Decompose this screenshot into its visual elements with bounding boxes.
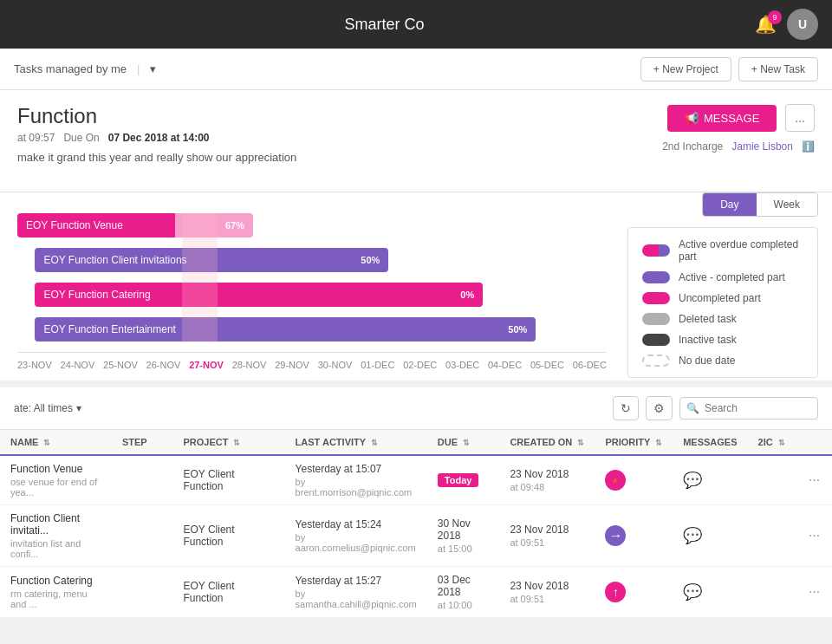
cell-messages-2[interactable]: 💬 — [673, 505, 747, 567]
th-project: PROJECT ⇅ — [172, 430, 284, 455]
notification-bell[interactable]: 🔔 9 — [755, 14, 777, 35]
cell-priority-2: → — [595, 505, 673, 567]
due-time-3: at 10:00 — [438, 600, 490, 610]
gantt-bar-venue: EOY Function Venue 67% — [17, 213, 253, 237]
messages-icon-3[interactable]: 💬 — [683, 583, 702, 601]
created-date-3: 23 Nov 2018 — [510, 580, 584, 592]
due-date-3: 03 Dec 2018 — [438, 574, 490, 598]
time-label: at 09:57 — [17, 132, 55, 144]
bottom-section: ate: All times ▾ ↻ ⚙ 🔍 NAME ⇅ STEP PROJE… — [0, 387, 832, 618]
cell-activity-2: Yesterday at 15:24 by aaron.cornelius@pi… — [285, 505, 427, 567]
cell-priority-1: 🔺 — [595, 455, 673, 505]
th-priority: PRIORITY ⇅ — [595, 430, 673, 455]
sub-header: Tasks managed by me | ▾ + New Project + … — [0, 49, 832, 90]
refresh-button[interactable]: ↻ — [613, 396, 639, 420]
date-04dec: 04-DEC — [488, 360, 522, 370]
filter-button[interactable]: ⚙ — [646, 396, 673, 420]
th-messages: MESSAGES — [673, 430, 747, 455]
bar-entertainment-percent: 50% — [508, 324, 527, 335]
task-table: NAME ⇅ STEP PROJECT ⇅ LAST ACTIVITY ⇅ DU… — [0, 430, 832, 618]
sort-priority-icon[interactable]: ⇅ — [655, 439, 662, 447]
filter-bar-right: ↻ ⚙ 🔍 — [613, 396, 818, 420]
search-input[interactable] — [679, 397, 818, 420]
bar-venue-percent: 67% — [225, 220, 244, 231]
task-name-1: Function Venue — [10, 463, 101, 475]
messages-icon-2[interactable]: 💬 — [683, 527, 702, 544]
notification-count: 9 — [768, 10, 782, 24]
date-filter-label: ate: All times — [14, 402, 73, 414]
gantt-row-entertainment[interactable]: EOY Function Entertainment 50% — [17, 317, 607, 342]
date-25nov: 25-NOV — [103, 360, 138, 370]
created-time-2: at 09:51 — [510, 537, 584, 548]
content-wrapper: Function at 09:57 Due On 07 Dec 2018 at … — [0, 90, 832, 192]
cell-project-2: EOY Client Function — [172, 505, 284, 567]
legend-item-uncompleted: Uncompleted part — [642, 292, 803, 304]
date-axis: 23-NOV 24-NOV 25-NOV 26-NOV 27-NOV 28-NO… — [17, 352, 607, 381]
cell-2ic-1 — [748, 455, 798, 505]
gantt-row-invitations[interactable]: EOY Function Client invitations 50% — [17, 248, 607, 272]
messages-icon-1[interactable]: 💬 — [683, 472, 702, 489]
legend-item-active-completed: Active - completed part — [642, 271, 803, 283]
week-toggle[interactable]: Week — [757, 193, 817, 216]
date-26nov: 26-NOV — [146, 360, 181, 370]
date-27nov: 27-NOV — [189, 360, 224, 370]
row-more-button-3[interactable]: ··· — [809, 584, 820, 600]
bar-entertainment-label: EOY Function Entertainment — [43, 323, 176, 335]
cell-created-2: 23 Nov 2018 at 09:51 — [499, 505, 595, 567]
row-more-button-2[interactable]: ··· — [809, 528, 820, 543]
created-time-3: at 09:51 — [510, 594, 584, 604]
avatar[interactable]: U — [787, 9, 818, 40]
bar-venue-label: EOY Function Venue — [26, 219, 123, 231]
date-29nov: 29-NOV — [275, 360, 309, 370]
sub-header-actions: + New Project + New Task — [640, 57, 818, 81]
sort-2ic-icon[interactable]: ⇅ — [778, 439, 785, 447]
sort-name-icon[interactable]: ⇅ — [43, 439, 50, 447]
table-header: NAME ⇅ STEP PROJECT ⇅ LAST ACTIVITY ⇅ DU… — [0, 430, 832, 455]
th-created: CREATED ON ⇅ — [499, 430, 595, 455]
gantt-row-catering[interactable]: EOY Function Catering 0% — [17, 283, 607, 307]
message-button[interactable]: 📢 MESSAGE — [667, 105, 777, 132]
date-28nov: 28-NOV — [232, 360, 267, 370]
date-filter: ate: All times ▾ — [14, 402, 81, 414]
task-sub-1: ose venue for end of yea... — [10, 477, 101, 498]
gantt-row-venue[interactable]: EOY Function Venue 67% — [17, 213, 607, 237]
sort-created-icon[interactable]: ⇅ — [577, 439, 584, 447]
new-project-button[interactable]: + New Project — [640, 57, 731, 81]
tasks-label: Tasks managed by me — [14, 62, 127, 75]
day-toggle[interactable]: Day — [703, 193, 756, 216]
cell-name-2[interactable]: Function Client invitati... invitation l… — [0, 505, 112, 567]
sort-project-icon[interactable]: ⇅ — [233, 439, 240, 447]
cell-messages-3[interactable]: 💬 — [673, 567, 747, 618]
table-row: Function Venue ose venue for end of yea.… — [0, 455, 832, 505]
more-options-button[interactable]: ... — [785, 104, 815, 132]
search-wrapper: 🔍 — [679, 397, 818, 420]
task-name-3: Function Catering — [10, 575, 101, 587]
sort-due-icon[interactable]: ⇅ — [463, 439, 470, 447]
cell-name-3[interactable]: Function Catering rm catering, menu and … — [0, 567, 112, 618]
created-date-1: 23 Nov 2018 — [510, 468, 584, 480]
sort-activity-icon[interactable]: ⇅ — [371, 439, 378, 447]
task-sub-3: rm catering, menu and ... — [10, 589, 101, 609]
bar-invitations-label: EOY Function Client invitations — [43, 254, 186, 266]
top-header: Smarter Co 🔔 9 U — [0, 0, 832, 49]
row-more-button-1[interactable]: ··· — [809, 472, 820, 488]
activity-by-3: by samantha.cahill@piqnic.com — [296, 589, 417, 609]
legend-panel: Active overdue completed part Active - c… — [627, 227, 818, 378]
new-task-button[interactable]: + New Task — [738, 57, 818, 81]
legend-item-no-due: No due date — [642, 355, 803, 367]
megaphone-icon: 📢 — [685, 112, 699, 125]
gantt-bar-entertainment-container: EOY Function Entertainment 50% — [17, 317, 607, 342]
cell-step-3 — [112, 567, 173, 618]
legend-item-deleted: Deleted task — [642, 313, 803, 325]
th-step: STEP — [112, 430, 173, 455]
table-header-row: NAME ⇅ STEP PROJECT ⇅ LAST ACTIVITY ⇅ DU… — [0, 430, 832, 455]
due-time-2: at 15:00 — [438, 543, 490, 554]
tasks-dropdown[interactable]: ▾ — [150, 62, 156, 75]
bar-catering-percent: 0% — [460, 289, 474, 300]
legend-label-uncompleted: Uncompleted part — [679, 292, 761, 304]
cell-name-1[interactable]: Function Venue ose venue for end of yea.… — [0, 455, 112, 505]
swatch-inactive — [642, 334, 670, 346]
cell-messages-1[interactable]: 💬 — [673, 455, 747, 505]
legend-label-no-due: No due date — [679, 355, 735, 367]
date-05dec: 05-DEC — [530, 360, 564, 370]
